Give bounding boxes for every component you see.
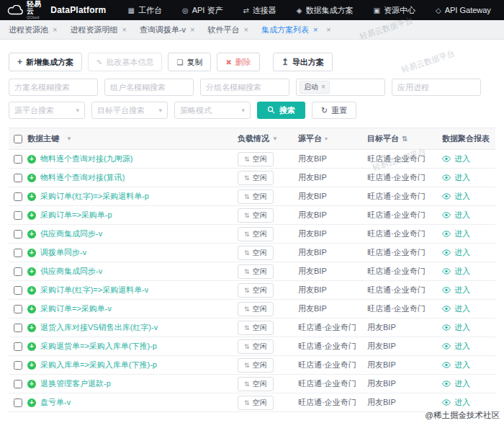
report-enter-link[interactable]: 进入 [442, 228, 470, 239]
scheme-name-link[interactable]: 采购订单=>采购单-v [40, 303, 112, 314]
row-checkbox[interactable] [14, 155, 22, 164]
tab-close-icon[interactable]: × [313, 25, 318, 34]
report-enter-link[interactable]: 进入 [442, 210, 470, 221]
nav-item-resource-center[interactable]: ▣资源中心 [374, 5, 415, 16]
row-checkbox[interactable] [14, 249, 22, 257]
tab-close-icon[interactable]: × [53, 25, 57, 34]
load-status-button[interactable]: ⇅空闲 [238, 246, 274, 260]
tab-close-icon[interactable]: × [122, 25, 126, 34]
load-status-button[interactable]: ⇅空闲 [238, 190, 274, 204]
filter-icon[interactable]: ▼ [272, 135, 278, 142]
scheme-name-link[interactable]: 采购订单=>采购单-p [40, 210, 112, 221]
load-status-button[interactable]: ⇅空闲 [238, 339, 274, 354]
copy-button[interactable]: ❏复制 [168, 53, 211, 71]
load-status-button[interactable]: ⇅空闲 [238, 377, 274, 391]
load-status-button[interactable]: ⇅空闲 [238, 302, 274, 316]
report-enter-link[interactable]: 进入 [442, 191, 470, 202]
column-label: 目标平台 [367, 133, 399, 144]
row-checkbox-cell [9, 192, 27, 201]
nav-item-api-assets[interactable]: ◎API 资产 [182, 5, 223, 16]
row-checkbox[interactable] [14, 380, 22, 388]
report-enter-link[interactable]: 进入 [442, 247, 470, 258]
scheme-name-link[interactable]: 退换管理客户退款-p [40, 378, 111, 389]
delete-button[interactable]: ✖删除 [217, 53, 259, 71]
load-status-button[interactable]: ⇅空闲 [238, 171, 274, 185]
tab-2[interactable]: 查询调拨单-v× [140, 25, 195, 35]
report-enter-link[interactable]: 进入 [442, 378, 470, 389]
scheme-name-link[interactable]: 供应商集成同步-v [40, 228, 102, 239]
load-status-button[interactable]: ⇅空闲 [238, 264, 274, 279]
row-checkbox[interactable] [14, 211, 22, 220]
report-enter-link[interactable]: 进入 [442, 360, 470, 370]
target-platform-select[interactable]: 目标平台搜索 ▾ [91, 102, 168, 119]
source-platform-cell: 旺店通·企业奇门 [298, 360, 367, 370]
reset-button[interactable]: ↻ 重置 [312, 102, 356, 119]
enter-label: 进入 [454, 210, 470, 221]
strategy-mode-select[interactable]: 策略模式 ▾ [174, 102, 251, 119]
app-process-input[interactable] [392, 79, 481, 96]
load-status-button[interactable]: ⇅空闲 [238, 283, 274, 298]
row-checkbox[interactable] [14, 230, 22, 239]
load-status-button[interactable]: ⇅空闲 [238, 208, 274, 223]
caret-down-icon[interactable]: ▾ [325, 135, 328, 142]
nav-item-integration-schemes[interactable]: ◈数据集成方案 [297, 5, 354, 16]
row-checkbox[interactable] [14, 305, 22, 313]
nav-item-connectors[interactable]: ⇄连接器 [243, 5, 276, 16]
logo[interactable]: 轻易云 QCloud DataPlatform [7, 1, 106, 19]
row-checkbox[interactable] [14, 342, 22, 351]
sort-icon[interactable]: ⇅ [402, 135, 408, 143]
report-enter-link[interactable]: 进入 [442, 266, 470, 277]
scheme-name-link[interactable]: 退货入库对接VS销售出库(红字)-v [40, 322, 158, 333]
scheme-name-link[interactable]: 盘亏单-v [40, 397, 71, 408]
report-enter-link[interactable]: 进入 [442, 172, 470, 183]
tab-4[interactable]: 集成方案列表× [261, 25, 318, 35]
tab-close-icon[interactable]: × [243, 25, 248, 34]
scheme-name-link[interactable]: 供应商集成同步-v [40, 266, 102, 277]
scheme-name-cell: +采购订单(红字)=>采购退料单-v [27, 285, 238, 295]
source-platform-select[interactable]: 源平台搜索 ▾ [9, 102, 85, 119]
report-enter-link[interactable]: 进入 [442, 322, 470, 333]
row-checkbox[interactable] [14, 286, 22, 295]
report-enter-link[interactable]: 进入 [442, 285, 470, 295]
select-all-checkbox[interactable] [14, 135, 22, 143]
search-button[interactable]: 搜索 [257, 102, 305, 119]
filter-icon[interactable]: ▼ [66, 135, 72, 142]
load-status-button[interactable]: ⇅空闲 [238, 321, 274, 335]
report-enter-link[interactable]: 进入 [442, 153, 470, 164]
tab-3[interactable]: 软件平台× [207, 25, 248, 35]
add-scheme-button[interactable]: +新增集成方案 [9, 53, 82, 71]
export-button[interactable]: ↥导出方案 [273, 53, 333, 71]
load-status-button[interactable]: ⇅空闲 [238, 227, 274, 241]
report-enter-link[interactable]: 进入 [442, 397, 470, 408]
tenant-name-search-input[interactable] [104, 79, 194, 96]
scheme-name-link[interactable]: 采购订单(红字)=>采购退料单-p [40, 191, 149, 202]
scheme-name-link[interactable]: 调拨单同步-v [40, 247, 86, 258]
tab-1[interactable]: 进程资源明细× [70, 25, 126, 35]
load-status-button[interactable]: ⇅空闲 [238, 396, 274, 410]
status-filter-select[interactable]: 启动 × [296, 79, 385, 96]
row-checkbox[interactable] [14, 361, 22, 370]
row-checkbox[interactable] [14, 398, 22, 407]
scheme-name-link[interactable]: 采购退货单=>采购入库单(下推)-p [40, 341, 157, 352]
scheme-name-link[interactable]: 物料逐个查询对接(算讯) [40, 172, 125, 183]
nav-item-workbench[interactable]: ▦工作台 [127, 5, 161, 16]
scheme-name-search-input[interactable] [9, 79, 98, 96]
nav-item-api-gateway[interactable]: ◇API Gateway [436, 6, 491, 14]
row-checkbox[interactable] [14, 174, 22, 182]
scheme-name-link[interactable]: 采购入库单=>采购入库单(下推)-p [40, 360, 157, 370]
load-status-button[interactable]: ⇅空闲 [238, 358, 274, 373]
load-status-button[interactable]: ⇅空闲 [238, 152, 274, 166]
status-tag-close-icon[interactable]: × [321, 82, 325, 92]
row-checkbox[interactable] [14, 267, 22, 276]
tab-close-icon[interactable]: × [190, 25, 194, 34]
batch-edit-button[interactable]: ✎批改基本信息 [88, 53, 162, 71]
close-all-tabs-icon[interactable]: × [326, 25, 330, 34]
group-name-search-input[interactable] [200, 79, 289, 96]
tab-0[interactable]: 进程资源池× [9, 25, 57, 35]
report-enter-link[interactable]: 进入 [442, 303, 470, 314]
report-enter-link[interactable]: 进入 [442, 341, 470, 352]
row-checkbox[interactable] [14, 324, 22, 332]
row-checkbox[interactable] [14, 192, 22, 201]
scheme-name-link[interactable]: 采购订单(红字)=>采购退料单-v [40, 285, 148, 295]
scheme-name-link[interactable]: 物料逐个查询对接(九闸源) [40, 153, 132, 164]
